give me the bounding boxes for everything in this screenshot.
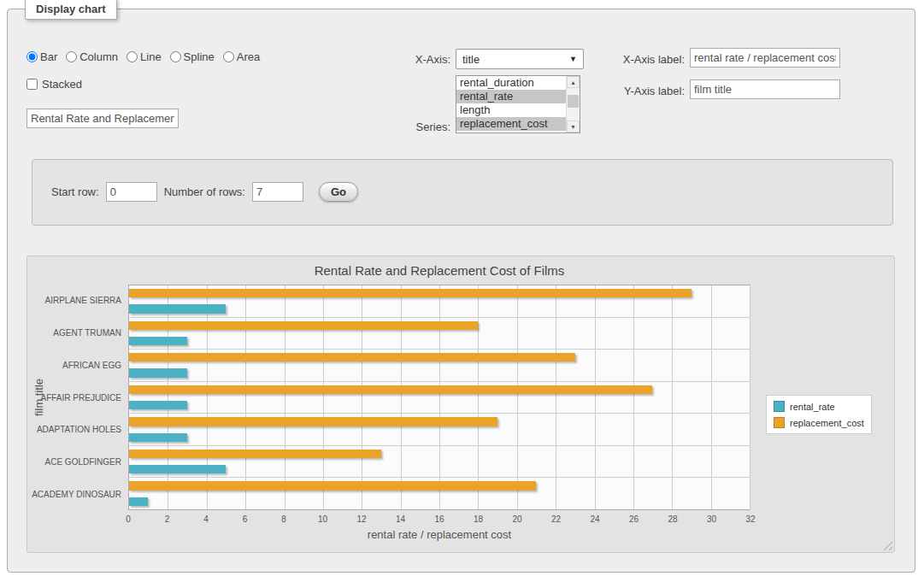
bar-replacement_cost [129, 321, 478, 330]
chart-type-radio-label: Column [79, 50, 118, 63]
x-tick-label: 16 [434, 514, 444, 524]
bar-rental_rate [129, 368, 187, 377]
chart-title-input[interactable] [26, 109, 179, 128]
y-tick-label: AFRICAN EGG [44, 349, 128, 381]
y-tick-label: ACE GOLDFINGER [44, 446, 128, 479]
category-band [129, 317, 750, 350]
chart-type-radio-spline[interactable] [170, 51, 181, 62]
chart-type-options: BarColumnLineSplineArea [26, 50, 260, 63]
chart-type-radio-label: Area [237, 50, 260, 63]
x-axis-selected-value: title [462, 53, 480, 66]
x-tick-label: 8 [281, 514, 286, 524]
series-option-length[interactable]: length [456, 103, 566, 117]
chart-type-radio-bar[interactable] [26, 51, 38, 62]
plot-area [128, 285, 750, 510]
y-tick-label: ADAPTATION HOLES [44, 414, 128, 446]
category-band [129, 477, 750, 509]
bar-rental_rate [129, 304, 226, 313]
rows-form: Start row: Number of rows: Go [32, 159, 893, 226]
chart-type-bar[interactable]: Bar [26, 50, 57, 63]
chart-type-radio-label: Spline [184, 50, 215, 63]
x-tick-label: 24 [590, 514, 599, 524]
y-category-labels: AIRPLANE SIERRAAGENT TRUMANAFRICAN EGGAF… [44, 285, 128, 510]
x-tick-label: 14 [396, 514, 405, 524]
bar-rental_rate [129, 337, 187, 345]
x-tick-label: 32 [745, 514, 755, 524]
number-of-rows-label: Number of rows: [164, 185, 245, 198]
category-band [129, 285, 750, 317]
y-tick-label: AIRPLANE SIERRA [44, 285, 128, 317]
bar-replacement_cost [129, 417, 497, 426]
x-tick-label: 20 [512, 514, 521, 524]
category-band [129, 349, 750, 381]
chart-type-radio-column[interactable] [66, 51, 77, 62]
bar-replacement_cost [129, 481, 536, 490]
x-tick-label: 12 [356, 514, 366, 524]
bar-rental_rate [129, 433, 187, 442]
chart-title: Rental Rate and Replacement Cost of Film… [128, 263, 750, 278]
x-tick-label: 18 [474, 514, 483, 524]
stacked-checkbox[interactable] [26, 79, 38, 90]
y-tick-label: AFFAIR PREJUDICE [44, 381, 128, 414]
category-band [129, 381, 750, 414]
x-axis-select-label: X-Axis: [375, 53, 450, 66]
bar-replacement_cost [129, 353, 575, 362]
number-of-rows-input[interactable] [252, 182, 303, 202]
bar-rental_rate [129, 401, 187, 409]
chart-type-radio-area[interactable] [223, 51, 234, 62]
page: Display chart BarColumnLineSplineArea St… [0, 0, 924, 582]
x-tick-label: 0 [126, 514, 131, 524]
x-tick-label: 10 [318, 514, 327, 524]
x-axis-label-input[interactable] [690, 48, 840, 68]
legend-label: replacement_cost [790, 418, 864, 428]
display-chart-panel: Display chart BarColumnLineSplineArea St… [7, 9, 915, 573]
chart-legend: rental_ratereplacement_cost [766, 395, 872, 434]
legend-item: replacement_cost [774, 417, 864, 428]
x-tick-label: 2 [165, 514, 170, 524]
x-tick-label: 6 [243, 514, 248, 524]
bar-replacement_cost [129, 450, 381, 458]
chart-type-radio-label: Bar [40, 50, 57, 63]
x-tick-label: 28 [668, 514, 677, 524]
start-row-label: Start row: [51, 185, 99, 198]
x-tick-label: 30 [707, 514, 716, 524]
x-tick-label: 26 [629, 514, 639, 524]
chart-type-line[interactable]: Line [127, 50, 162, 63]
x-tick-label: 22 [551, 514, 561, 524]
y-tick-label: ACADEMY DINOSAUR [44, 478, 128, 510]
legend-item: rental_rate [774, 401, 864, 412]
y-axis-label-label: Y-Axis label: [538, 85, 685, 97]
rows-form-line: Start row: Number of rows: Go [51, 182, 358, 202]
bar-replacement_cost [129, 385, 652, 394]
y-axis-label-input[interactable] [690, 79, 840, 99]
chart-type-column[interactable]: Column [66, 50, 118, 63]
chart-type-radio-line[interactable] [127, 51, 138, 62]
category-band [129, 445, 750, 478]
bar-rental_rate [129, 465, 226, 473]
x-axis-label-label: X-Axis label: [538, 53, 685, 66]
x-tick-labels: 02468101214161820222426283032 [128, 514, 750, 525]
legend-label: rental_rate [790, 402, 835, 412]
chart-type-spline[interactable]: Spline [170, 50, 215, 63]
start-row-input[interactable] [106, 182, 157, 202]
chart-type-radio-label: Line [140, 50, 162, 63]
y-tick-label: AGENT TRUMAN [44, 317, 128, 350]
go-button[interactable]: Go [319, 182, 358, 202]
panel-legend: Display chart [25, 0, 117, 20]
category-band [129, 413, 750, 445]
gridline [750, 285, 750, 509]
bar-replacement_cost [129, 289, 692, 297]
legend-swatch [774, 401, 785, 412]
series-select-label: Series: [375, 121, 450, 133]
x-tick-label: 4 [203, 514, 209, 524]
stacked-label: Stacked [42, 78, 82, 91]
bar-rental_rate [129, 497, 148, 506]
chart-area: Rental Rate and Replacement Cost of Film… [26, 256, 895, 553]
resize-handle-icon[interactable] [881, 539, 892, 550]
chart-type-area[interactable]: Area [223, 50, 260, 63]
x-axis-title: rental rate / replacement cost [128, 528, 750, 541]
bands [129, 285, 750, 509]
stacked-option[interactable]: Stacked [26, 78, 82, 91]
scrollbar-down-icon[interactable]: ▼ [567, 121, 580, 132]
series-option-replacement_cost[interactable]: replacement_cost [456, 117, 566, 131]
